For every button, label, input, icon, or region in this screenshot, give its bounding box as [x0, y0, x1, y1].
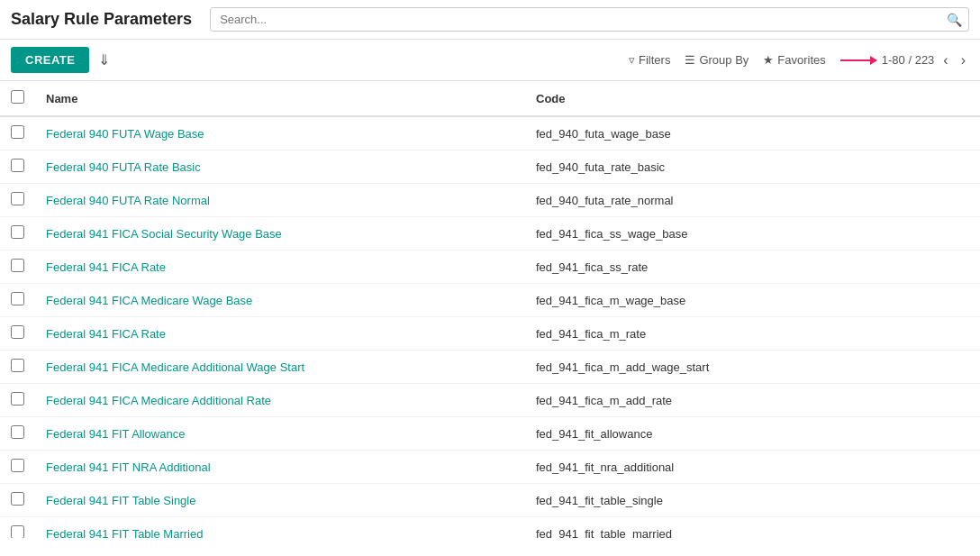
filters-button[interactable]: ▿ Filters — [629, 53, 670, 67]
table-row: Federal 940 FUTA Rate Normalfed_940_futa… — [0, 184, 980, 217]
header-code: Code — [525, 81, 980, 116]
table-row: Federal 941 FICA Medicare Additional Rat… — [0, 384, 980, 417]
favorites-button[interactable]: ★ Favorites — [763, 53, 825, 67]
pagination-info: 1-80 / 223 — [882, 53, 935, 67]
row-checkbox[interactable] — [11, 525, 24, 538]
row-checkbox[interactable] — [11, 425, 24, 439]
table-row: Federal 941 FICA Social Security Wage Ba… — [0, 217, 980, 251]
row-name[interactable]: Federal 941 FICA Medicare Wage Base — [35, 284, 525, 317]
search-bar: 🔍 — [210, 7, 969, 32]
row-code: fed_941_fica_ss_rate — [525, 251, 980, 284]
table-row: Federal 940 FUTA Rate Basicfed_940_futa_… — [0, 150, 980, 184]
groupby-icon: ☰ — [685, 53, 695, 67]
row-code: fed_940_futa_rate_basic — [525, 150, 980, 184]
row-code: fed_941_fica_m_wage_base — [525, 284, 980, 317]
row-name[interactable]: Federal 941 FICA Medicare Additional Wag… — [35, 351, 525, 384]
row-name[interactable]: Federal 941 FICA Social Security Wage Ba… — [35, 217, 525, 251]
row-name[interactable]: Federal 941 FIT NRA Additional — [35, 451, 525, 484]
row-code: fed_940_futa_rate_normal — [525, 184, 980, 217]
row-name[interactable]: Federal 941 FIT Table Single — [35, 484, 525, 517]
row-checkbox[interactable] — [11, 325, 24, 339]
groupby-button[interactable]: ☰ Group By — [685, 53, 749, 67]
row-name[interactable]: Federal 941 FIT Table Married — [35, 517, 525, 539]
row-checkbox[interactable] — [11, 225, 24, 239]
arrow-line — [840, 59, 876, 61]
table-row: Federal 941 FICA Ratefed_941_fica_ss_rat… — [0, 251, 980, 284]
groupby-label: Group By — [699, 53, 749, 67]
pagination-next[interactable]: › — [957, 50, 969, 70]
table-row: Federal 941 FIT Table Singlefed_941_fit_… — [0, 484, 980, 517]
row-code: fed_941_fit_nra_additional — [525, 451, 980, 484]
table-body: Federal 940 FUTA Wage Basefed_940_futa_w… — [0, 116, 980, 538]
table-row: Federal 941 FICA Medicare Additional Wag… — [0, 351, 980, 384]
table-row: Federal 941 FIT Allowancefed_941_fit_all… — [0, 417, 980, 451]
select-all-checkbox[interactable] — [11, 90, 24, 104]
row-checkbox[interactable] — [11, 359, 24, 372]
pagination-area: 1-80 / 223 ‹ › — [840, 50, 969, 70]
top-bar: Salary Rule Parameters 🔍 — [0, 0, 980, 40]
row-name[interactable]: Federal 940 FUTA Rate Basic — [35, 150, 525, 184]
row-name[interactable]: Federal 940 FUTA Wage Base — [35, 116, 525, 150]
filter-icon: ▿ — [629, 53, 635, 67]
row-code: fed_940_futa_wage_base — [525, 116, 980, 150]
table-row: Federal 941 FIT Table Marriedfed_941_fit… — [0, 517, 980, 539]
download-icon[interactable]: ⇓ — [98, 51, 110, 68]
row-code: fed_941_fica_m_add_rate — [525, 384, 980, 417]
star-icon: ★ — [763, 53, 774, 67]
toolbar: CREATE ⇓ ▿ Filters ☰ Group By ★ Favorite… — [0, 40, 980, 81]
row-name[interactable]: Federal 941 FICA Rate — [35, 251, 525, 284]
row-name[interactable]: Federal 941 FICA Rate — [35, 317, 525, 351]
row-checkbox[interactable] — [11, 459, 24, 472]
table-row: Federal 940 FUTA Wage Basefed_940_futa_w… — [0, 116, 980, 150]
row-checkbox[interactable] — [11, 192, 24, 205]
header-checkbox-col — [0, 81, 35, 116]
row-checkbox[interactable] — [11, 392, 24, 406]
favorites-label: Favorites — [777, 53, 825, 67]
salary-rules-table: Name Code Federal 940 FUTA Wage Basefed_… — [0, 81, 980, 538]
row-checkbox[interactable] — [11, 259, 24, 272]
row-name[interactable]: Federal 940 FUTA Rate Normal — [35, 184, 525, 217]
row-code: fed_941_fit_allowance — [525, 417, 980, 451]
row-checkbox[interactable] — [11, 292, 24, 305]
toolbar-right: ▿ Filters ☰ Group By ★ Favorites 1-80 / … — [629, 50, 969, 70]
row-checkbox[interactable] — [11, 125, 24, 139]
search-input[interactable] — [210, 7, 969, 32]
header-row: Name Code — [0, 81, 980, 116]
row-name[interactable]: Federal 941 FICA Medicare Additional Rat… — [35, 384, 525, 417]
filters-label: Filters — [639, 53, 670, 67]
row-code: fed_941_fit_table_single — [525, 484, 980, 517]
row-checkbox[interactable] — [11, 492, 24, 506]
row-code: fed_941_fit_table_married — [525, 517, 980, 539]
table-container: Name Code Federal 940 FUTA Wage Basefed_… — [0, 81, 980, 538]
table-row: Federal 941 FICA Ratefed_941_fica_m_rate — [0, 317, 980, 351]
page-title: Salary Rule Parameters — [11, 10, 192, 29]
row-code: fed_941_fica_m_add_wage_start — [525, 351, 980, 384]
row-checkbox[interactable] — [11, 159, 24, 172]
row-code: fed_941_fica_m_rate — [525, 317, 980, 351]
row-name[interactable]: Federal 941 FIT Allowance — [35, 417, 525, 451]
row-code: fed_941_fica_ss_wage_base — [525, 217, 980, 251]
table-row: Federal 941 FIT NRA Additionalfed_941_fi… — [0, 451, 980, 484]
header-name: Name — [35, 81, 525, 116]
arrow-indicator — [840, 59, 876, 61]
create-button[interactable]: CREATE — [11, 47, 89, 73]
pagination-prev[interactable]: ‹ — [939, 50, 951, 70]
table-row: Federal 941 FICA Medicare Wage Basefed_9… — [0, 284, 980, 317]
table-header: Name Code — [0, 81, 980, 116]
search-icon: 🔍 — [947, 13, 962, 27]
